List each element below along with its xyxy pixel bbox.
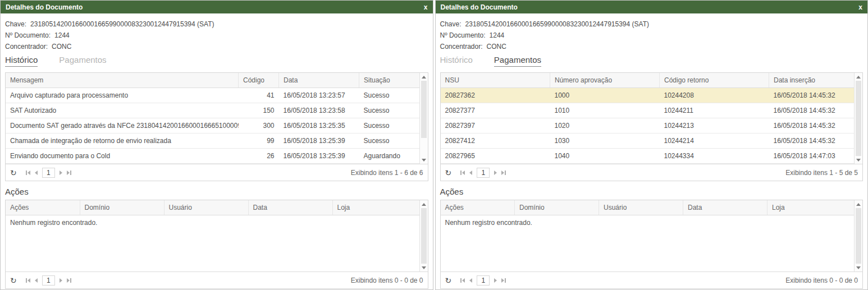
acoes-section-title: Ações <box>440 187 864 196</box>
column-header[interactable]: NSU <box>441 73 550 88</box>
column-header[interactable]: Data <box>279 73 359 88</box>
table-row[interactable]: 2082736210001024420816/05/2018 14:45:32 <box>441 88 855 103</box>
current-page[interactable]: 1 <box>42 275 55 286</box>
scroll-up-icon[interactable] <box>420 73 428 81</box>
vertical-scrollbar[interactable] <box>419 200 428 271</box>
tab-pagamentos[interactable]: Pagamentos <box>494 55 541 67</box>
column-header[interactable]: Código <box>239 73 279 88</box>
field-chave: Chave:2318051420016600016659900008323001… <box>440 19 864 30</box>
table-cell: Arquivo capturado para processamento <box>6 88 239 103</box>
last-page-button[interactable] <box>67 278 71 283</box>
column-header[interactable]: Código retorno <box>660 73 769 88</box>
table-row[interactable]: 2082796510401024433416/05/2018 14:47:03 <box>441 148 855 163</box>
table-cell: 10244334 <box>660 148 769 163</box>
prev-page-button[interactable] <box>35 171 38 175</box>
last-page-button[interactable] <box>67 171 71 175</box>
table-cell: 1040 <box>550 148 660 163</box>
tab-pagamentos[interactable]: Pagamentos <box>59 55 106 67</box>
history-table: MensagemCódigoDataSituaçãoArquivo captur… <box>6 73 419 164</box>
scroll-thumb[interactable] <box>421 81 427 138</box>
refresh-icon[interactable]: ↻ <box>10 169 17 177</box>
scroll-up-icon[interactable] <box>855 200 862 208</box>
table-cell: Sucesso <box>359 118 419 133</box>
table-cell: 10244214 <box>660 133 769 148</box>
vertical-scrollbar[interactable] <box>854 73 862 164</box>
refresh-icon[interactable]: ↻ <box>445 169 452 177</box>
table-cell: Enviando documento para o Cold <box>6 148 239 163</box>
vertical-scrollbar[interactable] <box>854 200 862 271</box>
table-row[interactable]: 2082741210301024421416/05/2018 14:45:32 <box>441 133 855 148</box>
refresh-icon[interactable]: ↻ <box>445 277 452 284</box>
table-cell: 300 <box>239 118 279 133</box>
column-header[interactable]: Número aprovação <box>550 73 660 88</box>
column-header[interactable]: Usuário <box>599 200 683 215</box>
field-label: Chave: <box>5 20 26 28</box>
column-header[interactable]: Usuário <box>164 200 248 215</box>
prev-page-button[interactable] <box>469 278 472 283</box>
close-icon[interactable]: x <box>424 4 428 11</box>
scroll-thumb[interactable] <box>421 208 427 264</box>
table-cell: 16/05/2018 14:45:32 <box>769 88 855 103</box>
field-numero-documento: Nº Documento:1244 <box>440 30 864 41</box>
prev-page-button[interactable] <box>469 171 472 175</box>
column-header[interactable]: Situação <box>359 73 419 88</box>
scroll-down-icon[interactable] <box>855 264 862 271</box>
column-header[interactable]: Domínio <box>80 200 164 215</box>
last-page-button[interactable] <box>501 171 506 175</box>
first-page-button[interactable] <box>460 171 465 175</box>
scroll-up-icon[interactable] <box>855 73 862 81</box>
column-header[interactable]: Data <box>248 200 332 215</box>
pagamentos-table: NSUNúmero aprovaçãoCódigo retornoData in… <box>441 73 855 164</box>
table-row[interactable]: Chamada de integração de retorno de envi… <box>6 133 419 148</box>
table-cell: 16/05/2018 13:25:39 <box>279 148 359 163</box>
table-cell: 1030 <box>550 133 660 148</box>
current-page[interactable]: 1 <box>477 168 490 178</box>
table-cell: Sucesso <box>359 103 419 118</box>
scroll-thumb[interactable] <box>856 81 861 156</box>
field-numero-documento: Nº Documento:1244 <box>5 30 428 41</box>
next-page-button[interactable] <box>60 171 62 175</box>
dialog-titlebar[interactable]: Detalhes do Documento x <box>436 1 868 13</box>
table-row[interactable]: 2082737710101024421116/05/2018 14:45:32 <box>441 103 855 118</box>
next-page-button[interactable] <box>494 278 497 283</box>
refresh-icon[interactable]: ↻ <box>10 277 17 284</box>
first-page-button[interactable] <box>460 278 465 283</box>
table-row[interactable]: Documento SAT gerado através da NFCe 231… <box>6 118 419 133</box>
first-page-button[interactable] <box>26 278 30 283</box>
column-header[interactable]: Loja <box>768 200 855 215</box>
tab-historico[interactable]: Histórico <box>5 55 38 67</box>
column-header[interactable]: Data inserção <box>769 73 855 88</box>
scroll-down-icon[interactable] <box>855 156 862 164</box>
last-page-button[interactable] <box>501 278 506 283</box>
column-header[interactable]: Data <box>683 200 768 215</box>
prev-page-button[interactable] <box>35 278 38 283</box>
table-row[interactable]: Enviando documento para o Cold2616/05/20… <box>6 148 419 163</box>
scroll-up-icon[interactable] <box>420 200 428 208</box>
column-header[interactable]: Loja <box>332 200 419 215</box>
next-page-button[interactable] <box>494 171 497 175</box>
scroll-down-icon[interactable] <box>420 264 428 271</box>
scroll-thumb[interactable] <box>856 208 861 264</box>
first-page-button[interactable] <box>26 171 30 175</box>
table-row[interactable]: 2082739710201024421316/05/2018 14:45:32 <box>441 118 855 133</box>
close-icon[interactable]: x <box>858 4 862 11</box>
table-cell: 16/05/2018 14:45:32 <box>769 118 855 133</box>
table-cell: 150 <box>239 103 279 118</box>
column-header[interactable]: Domínio <box>515 200 599 215</box>
next-page-button[interactable] <box>60 278 62 283</box>
current-page[interactable]: 1 <box>477 275 490 286</box>
table-cell: 10244211 <box>660 103 769 118</box>
current-page[interactable]: 1 <box>42 168 55 178</box>
dialog-titlebar[interactable]: Detalhes do Documento x <box>1 1 433 13</box>
pager: ↻ 1 Exibindo itens 0 - 0 de 0 <box>6 271 428 288</box>
column-header[interactable]: Ações <box>441 200 515 215</box>
table-row[interactable]: Arquivo capturado para processamento4116… <box>6 88 419 103</box>
vertical-scrollbar[interactable] <box>419 73 428 164</box>
tab-historico[interactable]: Histórico <box>440 55 473 67</box>
table-cell: Sucesso <box>359 133 419 148</box>
column-header[interactable]: Mensagem <box>6 73 239 88</box>
scroll-down-icon[interactable] <box>420 156 428 164</box>
column-header[interactable]: Ações <box>6 200 80 215</box>
table-cell: 20827965 <box>441 148 550 163</box>
table-row[interactable]: SAT Autorizado15016/05/2018 13:23:58Suce… <box>6 103 419 118</box>
